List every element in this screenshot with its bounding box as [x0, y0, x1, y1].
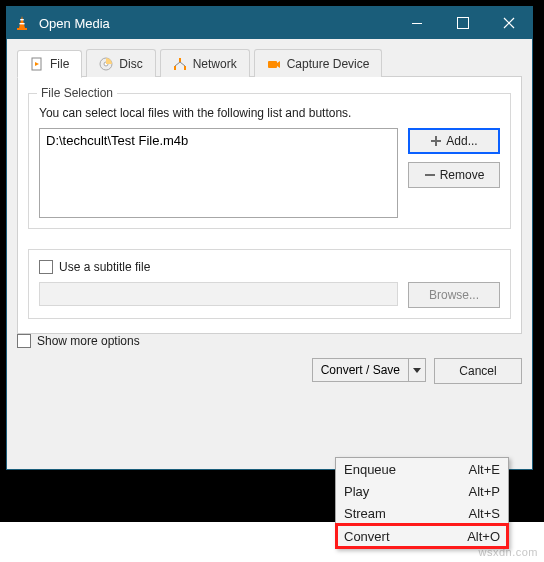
show-more-checkbox[interactable] — [17, 334, 31, 348]
svg-rect-16 — [431, 140, 441, 142]
svg-rect-1 — [20, 19, 24, 20]
tab-file[interactable]: File — [17, 50, 82, 78]
cancel-button[interactable]: Cancel — [434, 358, 522, 384]
file-selection-group: File Selection You can select local file… — [28, 93, 511, 229]
tab-label: Disc — [119, 57, 142, 71]
show-more-label: Show more options — [37, 334, 140, 348]
svg-rect-17 — [425, 174, 435, 176]
tab-label: File — [50, 57, 69, 71]
vlc-cone-icon — [13, 14, 31, 32]
menu-shortcut: Alt+E — [469, 462, 500, 477]
svg-marker-18 — [413, 368, 421, 373]
menu-label: Stream — [344, 506, 386, 521]
chevron-down-icon — [413, 366, 421, 374]
convert-save-menu: Enqueue Alt+E Play Alt+P Stream Alt+S Co… — [335, 457, 509, 549]
subtitle-checkbox[interactable] — [39, 260, 53, 274]
plus-icon — [430, 135, 442, 147]
convert-save-button[interactable]: Convert / Save — [312, 358, 426, 382]
convert-save-label[interactable]: Convert / Save — [313, 359, 409, 381]
tab-bar: File Disc Network — [17, 49, 522, 77]
minus-icon — [424, 169, 436, 181]
menu-item-play[interactable]: Play Alt+P — [336, 480, 508, 502]
tab-label: Capture Device — [287, 57, 370, 71]
close-button[interactable] — [486, 7, 532, 39]
file-list-item[interactable]: D:\techcult\Test File.m4b — [46, 133, 391, 148]
svg-rect-12 — [184, 66, 186, 70]
network-icon — [173, 57, 187, 71]
disc-icon — [99, 57, 113, 71]
window-title: Open Media — [39, 16, 110, 31]
svg-rect-3 — [17, 28, 27, 30]
subtitle-checkbox-row[interactable]: Use a subtitle file — [39, 260, 500, 274]
svg-marker-0 — [19, 16, 25, 28]
menu-label: Enqueue — [344, 462, 396, 477]
titlebar: Open Media — [7, 7, 532, 39]
subtitle-group: Use a subtitle file Browse... — [28, 249, 511, 319]
add-label: Add... — [446, 134, 477, 148]
menu-shortcut: Alt+P — [469, 484, 500, 499]
maximize-button[interactable] — [440, 7, 486, 39]
browse-button: Browse... — [408, 282, 500, 308]
svg-rect-11 — [174, 66, 176, 70]
add-button[interactable]: Add... — [408, 128, 500, 154]
tab-capture-device[interactable]: Capture Device — [254, 49, 383, 77]
remove-label: Remove — [440, 168, 485, 182]
convert-save-dropdown-arrow[interactable] — [409, 359, 425, 381]
menu-shortcut: Alt+S — [469, 506, 500, 521]
file-selection-help-text: You can select local files with the foll… — [39, 106, 500, 120]
open-media-window: Open Media File — [6, 6, 533, 470]
menu-label: Convert — [344, 529, 390, 544]
svg-rect-2 — [19, 23, 24, 24]
svg-rect-13 — [268, 61, 277, 68]
svg-rect-10 — [179, 58, 181, 62]
menu-item-convert[interactable]: Convert Alt+O — [335, 523, 509, 549]
file-list[interactable]: D:\techcult\Test File.m4b — [39, 128, 398, 218]
subtitle-path-input — [39, 282, 398, 306]
menu-shortcut: Alt+O — [467, 529, 500, 544]
subtitle-label: Use a subtitle file — [59, 260, 150, 274]
tab-label: Network — [193, 57, 237, 71]
tab-disc[interactable]: Disc — [86, 49, 155, 77]
tab-network[interactable]: Network — [160, 49, 250, 77]
minimize-button[interactable] — [394, 7, 440, 39]
menu-item-enqueue[interactable]: Enqueue Alt+E — [336, 458, 508, 480]
capture-icon — [267, 57, 281, 71]
cancel-label: Cancel — [459, 364, 496, 378]
file-icon — [30, 57, 44, 71]
menu-item-stream[interactable]: Stream Alt+S — [336, 502, 508, 524]
browse-label: Browse... — [429, 288, 479, 302]
remove-button[interactable]: Remove — [408, 162, 500, 188]
tab-panel-file: File Selection You can select local file… — [17, 76, 522, 334]
menu-label: Play — [344, 484, 369, 499]
group-title: File Selection — [37, 86, 117, 100]
svg-marker-14 — [277, 61, 280, 68]
